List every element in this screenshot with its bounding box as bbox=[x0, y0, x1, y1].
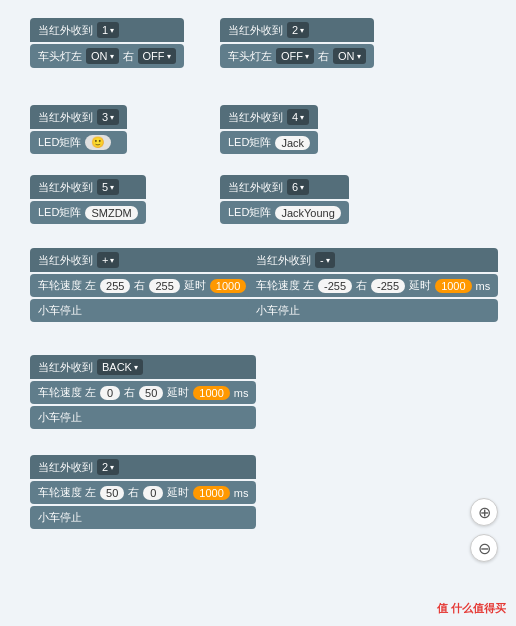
action-label-5: LED矩阵 bbox=[38, 205, 81, 220]
trigger-label-3: 当红外收到 bbox=[38, 110, 93, 125]
action-label-1: 车头灯左 bbox=[38, 49, 82, 64]
delay-val-9[interactable]: 1000 bbox=[193, 386, 229, 400]
trigger-value-1[interactable]: 1 bbox=[97, 22, 119, 38]
delay-label-10: 延时 bbox=[167, 485, 189, 500]
text-box-6[interactable]: JackYoung bbox=[275, 206, 340, 220]
trigger-value-6[interactable]: 6 bbox=[287, 179, 309, 195]
left-val-7[interactable]: 255 bbox=[100, 279, 130, 293]
trigger-value-3[interactable]: 3 bbox=[97, 109, 119, 125]
action-label-8: 车轮速度 左 bbox=[256, 278, 314, 293]
trigger-value-10[interactable]: 2 bbox=[97, 459, 119, 475]
action-label-3: LED矩阵 bbox=[38, 135, 81, 150]
trigger-label-2: 当红外收到 bbox=[228, 23, 283, 38]
left-val-9[interactable]: 0 bbox=[100, 386, 120, 400]
trigger-value-4[interactable]: 4 bbox=[287, 109, 309, 125]
off-dropdown-2[interactable]: OFF bbox=[276, 48, 314, 64]
ms-label-8: ms bbox=[476, 280, 491, 292]
off-dropdown-1[interactable]: OFF bbox=[138, 48, 176, 64]
delay-label-9: 延时 bbox=[167, 385, 189, 400]
action-label-9: 车轮速度 左 bbox=[38, 385, 96, 400]
trigger-block-10: 当红外收到 2 bbox=[30, 455, 256, 479]
zoom-in-button[interactable]: ⊕ bbox=[470, 498, 498, 526]
block-group-8: 当红外收到 - 车轮速度 左 -255 右 -255 延时 1000 ms 小车… bbox=[248, 248, 498, 322]
block-group-3: 当红外收到 3 LED矩阵 🙂 bbox=[30, 105, 127, 154]
trigger-block-6: 当红外收到 6 bbox=[220, 175, 349, 199]
trigger-value-5[interactable]: 5 bbox=[97, 179, 119, 195]
canvas: 当红外收到 1 车头灯左 ON 右 OFF 当红外收到 2 车头灯左 OFF 右… bbox=[0, 0, 516, 626]
action-block-1: 车头灯左 ON 右 OFF bbox=[30, 44, 184, 68]
right-val-8[interactable]: -255 bbox=[371, 279, 405, 293]
delay-label-7: 延时 bbox=[184, 278, 206, 293]
stop-block-8: 小车停止 bbox=[248, 299, 498, 322]
trigger-block-5: 当红外收到 5 bbox=[30, 175, 146, 199]
delay-val-7[interactable]: 1000 bbox=[210, 279, 246, 293]
action-block-4: LED矩阵 Jack bbox=[220, 131, 318, 154]
action-label-10: 车轮速度 左 bbox=[38, 485, 96, 500]
block-group-1: 当红外收到 1 车头灯左 ON 右 OFF bbox=[30, 18, 184, 68]
zoom-out-button[interactable]: ⊖ bbox=[470, 534, 498, 562]
right-label-1: 右 bbox=[123, 49, 134, 64]
left-val-10[interactable]: 50 bbox=[100, 486, 124, 500]
action-block-9: 车轮速度 左 0 右 50 延时 1000 ms bbox=[30, 381, 256, 404]
action-label-2: 车头灯左 bbox=[228, 49, 272, 64]
text-box-4[interactable]: Jack bbox=[275, 136, 310, 150]
ms-label-10: ms bbox=[234, 487, 249, 499]
stop-block-10: 小车停止 bbox=[30, 506, 256, 529]
trigger-label-1: 当红外收到 bbox=[38, 23, 93, 38]
left-val-8[interactable]: -255 bbox=[318, 279, 352, 293]
action-block-10: 车轮速度 左 50 右 0 延时 1000 ms bbox=[30, 481, 256, 504]
action-block-8: 车轮速度 左 -255 右 -255 延时 1000 ms bbox=[248, 274, 498, 297]
block-group-7: 当红外收到 + 车轮速度 左 255 右 255 延时 1000 ms 小车停止 bbox=[30, 248, 273, 322]
on-dropdown-2[interactable]: ON bbox=[333, 48, 366, 64]
trigger-label-5: 当红外收到 bbox=[38, 180, 93, 195]
action-block-6: LED矩阵 JackYoung bbox=[220, 201, 349, 224]
delay-label-8: 延时 bbox=[409, 278, 431, 293]
action-block-7: 车轮速度 左 255 右 255 延时 1000 ms bbox=[30, 274, 273, 297]
trigger-block-9: 当红外收到 BACK bbox=[30, 355, 256, 379]
trigger-block-2: 当红外收到 2 bbox=[220, 18, 374, 42]
zoom-out-icon: ⊖ bbox=[478, 539, 491, 558]
stop-block-9: 小车停止 bbox=[30, 406, 256, 429]
text-box-5[interactable]: SMZDM bbox=[85, 206, 137, 220]
stop-label-7: 小车停止 bbox=[38, 303, 82, 318]
block-group-10: 当红外收到 2 车轮速度 左 50 右 0 延时 1000 ms 小车停止 bbox=[30, 455, 256, 529]
trigger-block-4: 当红外收到 4 bbox=[220, 105, 318, 129]
right-val-10[interactable]: 0 bbox=[143, 486, 163, 500]
right-val-7[interactable]: 255 bbox=[149, 279, 179, 293]
right-val-9[interactable]: 50 bbox=[139, 386, 163, 400]
trigger-block-8: 当红外收到 - bbox=[248, 248, 498, 272]
trigger-value-9[interactable]: BACK bbox=[97, 359, 143, 375]
action-label-4: LED矩阵 bbox=[228, 135, 271, 150]
trigger-label-10: 当红外收到 bbox=[38, 460, 93, 475]
right-label-10: 右 bbox=[128, 485, 139, 500]
trigger-label-9: 当红外收到 bbox=[38, 360, 93, 375]
delay-val-8[interactable]: 1000 bbox=[435, 279, 471, 293]
trigger-value-2[interactable]: 2 bbox=[287, 22, 309, 38]
trigger-label-4: 当红外收到 bbox=[228, 110, 283, 125]
right-label-2: 右 bbox=[318, 49, 329, 64]
block-group-5: 当红外收到 5 LED矩阵 SMZDM bbox=[30, 175, 146, 224]
action-block-5: LED矩阵 SMZDM bbox=[30, 201, 146, 224]
on-dropdown-1[interactable]: ON bbox=[86, 48, 119, 64]
block-group-4: 当红外收到 4 LED矩阵 Jack bbox=[220, 105, 318, 154]
action-block-3: LED矩阵 🙂 bbox=[30, 131, 127, 154]
trigger-value-7[interactable]: + bbox=[97, 252, 119, 268]
trigger-block-7: 当红外收到 + bbox=[30, 248, 273, 272]
trigger-block-3: 当红外收到 3 bbox=[30, 105, 127, 129]
stop-label-10: 小车停止 bbox=[38, 510, 82, 525]
stop-label-8: 小车停止 bbox=[256, 303, 300, 318]
emoji-box-3[interactable]: 🙂 bbox=[85, 135, 111, 150]
zoom-in-icon: ⊕ bbox=[478, 503, 491, 522]
action-label-7: 车轮速度 左 bbox=[38, 278, 96, 293]
stop-label-9: 小车停止 bbox=[38, 410, 82, 425]
right-label-9: 右 bbox=[124, 385, 135, 400]
delay-val-10[interactable]: 1000 bbox=[193, 486, 229, 500]
action-block-2: 车头灯左 OFF 右 ON bbox=[220, 44, 374, 68]
block-group-6: 当红外收到 6 LED矩阵 JackYoung bbox=[220, 175, 349, 224]
trigger-label-7: 当红外收到 bbox=[38, 253, 93, 268]
trigger-value-8[interactable]: - bbox=[315, 252, 335, 268]
ms-label-9: ms bbox=[234, 387, 249, 399]
right-label-8: 右 bbox=[356, 278, 367, 293]
block-group-9: 当红外收到 BACK 车轮速度 左 0 右 50 延时 1000 ms 小车停止 bbox=[30, 355, 256, 429]
watermark: 值 什么值得买 bbox=[437, 601, 506, 616]
